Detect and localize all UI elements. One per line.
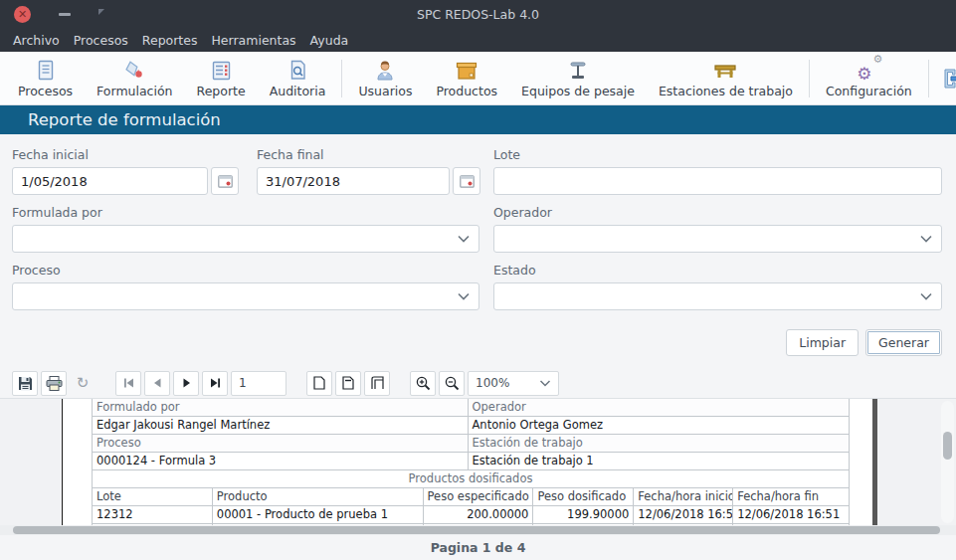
horizontal-scrollbar[interactable] xyxy=(0,525,956,535)
toolbar-usuarios[interactable]: Usuarios xyxy=(346,55,424,102)
page-number-input[interactable] xyxy=(231,371,287,396)
flask-icon xyxy=(123,59,145,81)
vertical-scrollbar-thumb[interactable] xyxy=(943,432,952,460)
estacion-label: Estación de trabajo xyxy=(469,435,851,452)
toolbar-procesos[interactable]: Procesos xyxy=(6,55,85,102)
section-title: Productos dosificados xyxy=(93,470,850,487)
fecha-inicial-input[interactable] xyxy=(12,167,208,195)
cell-fecha-fin: 12/06/2018 16:51 xyxy=(733,506,850,523)
lote-label: Lote xyxy=(493,147,942,162)
zoom-level-combo[interactable]: 100% xyxy=(468,371,559,396)
zoom-out-icon xyxy=(445,376,460,391)
first-page-button[interactable] xyxy=(115,371,141,396)
formulada-por-label: Formulada por xyxy=(12,205,479,220)
last-page-button[interactable] xyxy=(202,371,228,396)
estado-select[interactable] xyxy=(493,282,942,310)
report-page: Formulado por Operador Edgar Jakousi Ran… xyxy=(62,398,877,525)
gears-icon: ⚙⚙ xyxy=(857,59,880,81)
horizontal-scrollbar-thumb[interactable] xyxy=(13,526,940,534)
page-header: Reporte de formulación xyxy=(0,105,956,134)
menu-herramientas[interactable]: Herramientas xyxy=(204,30,302,51)
refresh-button[interactable]: ↻ xyxy=(70,371,96,396)
toolbar-label: Configuración xyxy=(826,84,912,98)
next-page-icon xyxy=(182,378,191,388)
toolbar-auditoria[interactable]: Auditoria xyxy=(258,55,338,102)
fecha-inicial-label: Fecha inicial xyxy=(12,147,239,162)
cell-peso-dosificado: 199.90000 xyxy=(533,506,634,523)
cell-fecha-inicio: 12/06/2018 16:51 xyxy=(634,506,733,523)
previous-page-icon xyxy=(153,378,162,388)
previous-page-button[interactable] xyxy=(144,371,170,396)
menu-procesos[interactable]: Procesos xyxy=(67,30,135,51)
estacion-value: Estación de trabajo 1 xyxy=(469,453,851,469)
table-header-row: Lote Producto Peso especificado Peso dos… xyxy=(92,488,850,506)
zoom-in-button[interactable] xyxy=(410,371,436,396)
menu-ayuda[interactable]: Ayuda xyxy=(303,30,356,51)
scale-icon xyxy=(568,59,588,81)
chevron-down-icon xyxy=(919,234,933,244)
status-bar: Pagina 1 de 4 xyxy=(0,535,956,560)
proceso-value: 0000124 - Formula 3 xyxy=(93,453,469,469)
chevron-down-icon xyxy=(457,234,471,244)
last-page-icon xyxy=(210,378,221,388)
window-title: SPC REDOS-Lab 4.0 xyxy=(0,7,956,22)
save-icon xyxy=(18,376,33,391)
fecha-final-calendar-button[interactable] xyxy=(453,167,480,195)
operador-value: Antonio Ortega Gomez xyxy=(469,417,851,434)
whole-page-button[interactable] xyxy=(306,371,332,396)
table-row: Proceso Estación de trabajo xyxy=(92,435,850,453)
document-list-icon xyxy=(37,59,55,81)
lote-input[interactable] xyxy=(493,167,942,195)
vertical-scrollbar[interactable] xyxy=(941,401,954,523)
formulada-por-select[interactable] xyxy=(12,225,479,253)
chevron-down-icon xyxy=(457,291,471,301)
proceso-select[interactable] xyxy=(12,282,479,310)
generar-button[interactable]: Generar xyxy=(865,329,942,356)
report-toolbar: ↻ 100% xyxy=(0,368,956,398)
document-search-icon xyxy=(288,59,307,81)
save-button[interactable] xyxy=(12,371,38,396)
multi-page-icon xyxy=(371,376,384,390)
page-width-button[interactable] xyxy=(335,371,361,396)
toolbar-separator xyxy=(809,60,810,97)
toolbar-reporte[interactable]: Reporte xyxy=(185,55,258,102)
report-table: Formulado por Operador Edgar Jakousi Ran… xyxy=(92,398,850,525)
toolbar-equipos-pesaje[interactable]: Equipos de pesaje xyxy=(509,55,647,102)
toolbar-formulacion[interactable]: Formulación xyxy=(85,55,184,102)
col-header: Peso especificado xyxy=(424,488,534,505)
fecha-inicial-calendar-button[interactable] xyxy=(211,167,239,195)
toolbar-label: Auditoria xyxy=(270,84,326,98)
menu-reportes[interactable]: Reportes xyxy=(135,30,205,51)
main-toolbar: Procesos Formulación Reporte Auditoria xyxy=(0,52,956,105)
multi-page-button[interactable] xyxy=(364,371,390,396)
page-width-icon xyxy=(342,376,354,390)
toolbar-separator xyxy=(928,60,929,97)
menu-bar: Archivo Procesos Reportes Herramientas A… xyxy=(0,28,956,52)
whole-page-icon xyxy=(313,376,325,390)
title-bar: SPC REDOS-Lab 4.0 ✕ xyxy=(0,0,956,28)
print-icon xyxy=(46,376,63,391)
workbench-icon xyxy=(713,59,737,81)
operador-label: Operador xyxy=(493,205,942,220)
page-status: Pagina 1 de 4 xyxy=(431,540,526,555)
zoom-out-button[interactable] xyxy=(439,371,465,396)
toolbar-label: Reporte xyxy=(197,84,246,98)
toolbar-configuracion[interactable]: ⚙⚙ Configuración xyxy=(814,55,924,102)
report-viewport[interactable]: Formulado por Operador Edgar Jakousi Ran… xyxy=(0,398,956,525)
fecha-final-input[interactable] xyxy=(257,167,450,195)
toolbar-exit[interactable] xyxy=(933,55,956,102)
col-header: Fecha/hora inicio xyxy=(634,488,733,505)
operador-select[interactable] xyxy=(493,225,942,253)
calendar-icon xyxy=(218,175,233,188)
menu-archivo[interactable]: Archivo xyxy=(6,30,67,51)
toolbar-estaciones[interactable]: Estaciones de trabajo xyxy=(647,55,805,102)
next-page-button[interactable] xyxy=(173,371,199,396)
cell-peso-especificado: 200.00000 xyxy=(424,506,534,523)
limpiar-button[interactable]: Limpiar xyxy=(786,329,859,356)
chevron-down-icon xyxy=(539,379,551,388)
toolbar-productos[interactable]: Productos xyxy=(424,55,509,102)
proceso-label: Proceso xyxy=(12,263,479,278)
filter-form: Fecha inicial Fecha final xyxy=(0,134,956,368)
print-button[interactable] xyxy=(41,371,67,396)
estado-label: Estado xyxy=(493,263,942,278)
